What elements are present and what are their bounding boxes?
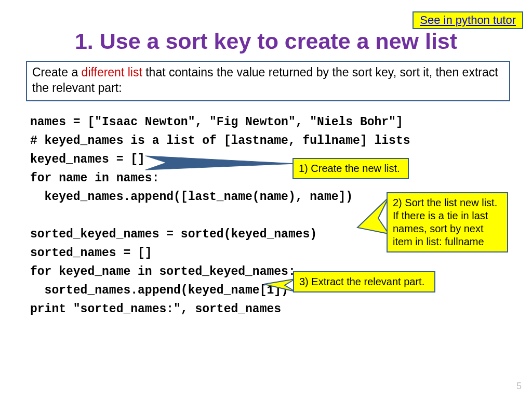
code-line: for name in names: bbox=[30, 171, 159, 185]
svg-marker-2 bbox=[264, 279, 295, 291]
connector-arrow-1 bbox=[145, 153, 301, 174]
code-line: print "sorted_names:", sorted_names bbox=[30, 302, 281, 316]
page-number: 5 bbox=[516, 381, 522, 392]
callout-1: 1) Create the new list. bbox=[292, 158, 409, 179]
code-line: keyed_names.append([last_name(name), nam… bbox=[30, 190, 353, 204]
code-line: for keyed_name in sorted_keyed_names: bbox=[30, 265, 296, 278]
code-line: sorted_names = [] bbox=[30, 246, 152, 260]
code-line: # keyed_names is a list of [lastname, fu… bbox=[30, 134, 410, 148]
callout-2: 2) Sort the list new list. If there is a… bbox=[387, 192, 508, 252]
svg-marker-0 bbox=[145, 156, 296, 170]
code-line: names = ["Isaac Newton", "Fig Newton", "… bbox=[30, 115, 403, 129]
intro-pre: Create a bbox=[32, 65, 82, 79]
callout-3: 3) Extract the relevant part. bbox=[293, 271, 435, 292]
svg-marker-1 bbox=[357, 197, 389, 234]
intro-highlight: different list bbox=[82, 65, 142, 79]
slide-title: 1. Use a sort key to create a new list bbox=[0, 29, 532, 54]
intro-box: Create a different list that contains th… bbox=[26, 61, 510, 101]
python-tutor-link[interactable]: See in python tutor bbox=[413, 11, 523, 29]
code-line: sorted_keyed_names = sorted(keyed_names) bbox=[30, 228, 317, 241]
slide: See in python tutor 1. Use a sort key to… bbox=[0, 0, 532, 399]
code-line: keyed_names = [] bbox=[30, 153, 145, 166]
code-line: sorted_names.append(keyed_name[1]) bbox=[30, 284, 288, 297]
